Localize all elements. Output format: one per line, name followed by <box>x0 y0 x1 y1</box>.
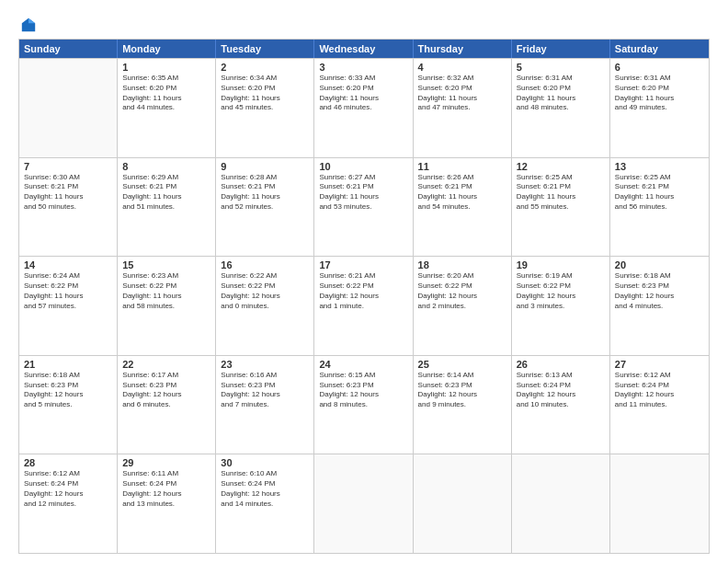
calendar-cell: 24Sunrise: 6:15 AM Sunset: 6:23 PM Dayli… <box>314 356 413 454</box>
day-info: Sunrise: 6:33 AM Sunset: 6:20 PM Dayligh… <box>319 74 407 113</box>
day-info: Sunrise: 6:12 AM Sunset: 6:24 PM Dayligh… <box>615 371 704 410</box>
day-info: Sunrise: 6:17 AM Sunset: 6:23 PM Dayligh… <box>122 371 210 410</box>
day-info: Sunrise: 6:23 AM Sunset: 6:22 PM Dayligh… <box>122 271 210 311</box>
day-info: Sunrise: 6:13 AM Sunset: 6:24 PM Dayligh… <box>517 371 605 410</box>
calendar-cell: 16Sunrise: 6:22 AM Sunset: 6:22 PM Dayli… <box>216 257 314 355</box>
day-number: 5 <box>517 62 605 73</box>
page: SundayMondayTuesdayWednesdayThursdayFrid… <box>0 0 728 563</box>
header-day-wednesday: Wednesday <box>314 40 413 58</box>
calendar-cell: 20Sunrise: 6:18 AM Sunset: 6:23 PM Dayli… <box>610 257 709 355</box>
calendar-cell: 19Sunrise: 6:19 AM Sunset: 6:22 PM Dayli… <box>512 257 610 355</box>
day-number: 26 <box>517 359 605 370</box>
calendar-cell: 17Sunrise: 6:21 AM Sunset: 6:22 PM Dayli… <box>314 257 413 355</box>
day-info: Sunrise: 6:30 AM Sunset: 6:21 PM Dayligh… <box>24 173 112 213</box>
day-number: 29 <box>122 457 210 468</box>
day-number: 25 <box>418 359 506 370</box>
day-number: 7 <box>24 161 112 172</box>
day-info: Sunrise: 6:15 AM Sunset: 6:23 PM Dayligh… <box>319 371 407 410</box>
calendar-cell: 21Sunrise: 6:18 AM Sunset: 6:23 PM Dayli… <box>19 356 118 454</box>
calendar-cell: 27Sunrise: 6:12 AM Sunset: 6:24 PM Dayli… <box>610 356 709 454</box>
day-info: Sunrise: 6:28 AM Sunset: 6:21 PM Dayligh… <box>221 173 309 213</box>
day-info: Sunrise: 6:18 AM Sunset: 6:23 PM Dayligh… <box>615 271 704 311</box>
day-info: Sunrise: 6:32 AM Sunset: 6:20 PM Dayligh… <box>418 74 506 113</box>
day-info: Sunrise: 6:12 AM Sunset: 6:24 PM Dayligh… <box>24 469 112 509</box>
day-number: 21 <box>24 359 112 370</box>
day-info: Sunrise: 6:19 AM Sunset: 6:22 PM Dayligh… <box>517 271 605 311</box>
day-info: Sunrise: 6:25 AM Sunset: 6:21 PM Dayligh… <box>615 173 704 213</box>
logo-text <box>18 17 37 33</box>
calendar-cell: 28Sunrise: 6:12 AM Sunset: 6:24 PM Dayli… <box>19 454 118 553</box>
day-info: Sunrise: 6:25 AM Sunset: 6:21 PM Dayligh… <box>517 173 605 213</box>
day-info: Sunrise: 6:10 AM Sunset: 6:24 PM Dayligh… <box>221 469 309 509</box>
calendar-cell: 10Sunrise: 6:27 AM Sunset: 6:21 PM Dayli… <box>314 158 413 257</box>
calendar-header: SundayMondayTuesdayWednesdayThursdayFrid… <box>19 40 709 58</box>
day-number: 27 <box>615 359 704 370</box>
day-info: Sunrise: 6:24 AM Sunset: 6:22 PM Dayligh… <box>24 271 112 311</box>
calendar-cell: 4Sunrise: 6:32 AM Sunset: 6:20 PM Daylig… <box>414 59 512 157</box>
calendar-cell <box>414 454 512 553</box>
day-number: 12 <box>517 161 605 172</box>
day-info: Sunrise: 6:34 AM Sunset: 6:20 PM Dayligh… <box>221 74 309 113</box>
day-info: Sunrise: 6:18 AM Sunset: 6:23 PM Dayligh… <box>24 371 112 410</box>
header <box>18 17 710 31</box>
day-info: Sunrise: 6:22 AM Sunset: 6:22 PM Dayligh… <box>221 271 309 311</box>
logo-icon <box>20 17 37 33</box>
svg-marker-1 <box>28 18 35 23</box>
day-number: 24 <box>319 359 407 370</box>
calendar-cell <box>19 59 118 157</box>
calendar-cell: 25Sunrise: 6:14 AM Sunset: 6:23 PM Dayli… <box>414 356 512 454</box>
day-number: 11 <box>418 161 506 172</box>
calendar-cell: 11Sunrise: 6:26 AM Sunset: 6:21 PM Dayli… <box>414 158 512 257</box>
day-number: 23 <box>221 359 309 370</box>
calendar-cell <box>610 454 709 553</box>
day-info: Sunrise: 6:27 AM Sunset: 6:21 PM Dayligh… <box>319 173 407 213</box>
calendar-cell <box>314 454 413 553</box>
header-day-saturday: Saturday <box>610 40 709 58</box>
day-number: 30 <box>221 457 309 468</box>
day-info: Sunrise: 6:16 AM Sunset: 6:23 PM Dayligh… <box>221 371 309 410</box>
calendar-cell: 29Sunrise: 6:11 AM Sunset: 6:24 PM Dayli… <box>118 454 216 553</box>
day-info: Sunrise: 6:11 AM Sunset: 6:24 PM Dayligh… <box>122 469 210 509</box>
calendar-cell: 12Sunrise: 6:25 AM Sunset: 6:21 PM Dayli… <box>512 158 610 257</box>
calendar-cell: 9Sunrise: 6:28 AM Sunset: 6:21 PM Daylig… <box>216 158 314 257</box>
calendar-row-4: 21Sunrise: 6:18 AM Sunset: 6:23 PM Dayli… <box>19 355 709 454</box>
header-day-tuesday: Tuesday <box>216 40 314 58</box>
calendar-cell: 14Sunrise: 6:24 AM Sunset: 6:22 PM Dayli… <box>19 257 118 355</box>
day-number: 2 <box>221 62 309 73</box>
logo <box>18 17 37 31</box>
day-number: 10 <box>319 161 407 172</box>
day-info: Sunrise: 6:14 AM Sunset: 6:23 PM Dayligh… <box>418 371 506 410</box>
day-info: Sunrise: 6:31 AM Sunset: 6:20 PM Dayligh… <box>615 74 704 113</box>
day-number: 6 <box>615 62 704 73</box>
day-number: 28 <box>24 457 112 468</box>
calendar-cell: 7Sunrise: 6:30 AM Sunset: 6:21 PM Daylig… <box>19 158 118 257</box>
day-number: 14 <box>24 259 112 270</box>
header-day-sunday: Sunday <box>19 40 118 58</box>
day-number: 9 <box>221 161 309 172</box>
header-day-friday: Friday <box>512 40 610 58</box>
calendar-cell: 13Sunrise: 6:25 AM Sunset: 6:21 PM Dayli… <box>610 158 709 257</box>
day-info: Sunrise: 6:26 AM Sunset: 6:21 PM Dayligh… <box>418 173 506 213</box>
day-info: Sunrise: 6:35 AM Sunset: 6:20 PM Dayligh… <box>122 74 210 113</box>
day-number: 4 <box>418 62 506 73</box>
day-info: Sunrise: 6:20 AM Sunset: 6:22 PM Dayligh… <box>418 271 506 311</box>
day-number: 1 <box>122 62 210 73</box>
calendar-cell: 22Sunrise: 6:17 AM Sunset: 6:23 PM Dayli… <box>118 356 216 454</box>
day-number: 16 <box>221 259 309 270</box>
calendar-cell: 5Sunrise: 6:31 AM Sunset: 6:20 PM Daylig… <box>512 59 610 157</box>
day-info: Sunrise: 6:29 AM Sunset: 6:21 PM Dayligh… <box>122 173 210 213</box>
day-number: 3 <box>319 62 407 73</box>
day-info: Sunrise: 6:21 AM Sunset: 6:22 PM Dayligh… <box>319 271 407 311</box>
calendar-row-5: 28Sunrise: 6:12 AM Sunset: 6:24 PM Dayli… <box>19 454 709 553</box>
calendar-cell: 18Sunrise: 6:20 AM Sunset: 6:22 PM Dayli… <box>414 257 512 355</box>
calendar-body: 1Sunrise: 6:35 AM Sunset: 6:20 PM Daylig… <box>19 58 709 553</box>
calendar-cell: 3Sunrise: 6:33 AM Sunset: 6:20 PM Daylig… <box>314 59 413 157</box>
day-number: 8 <box>122 161 210 172</box>
day-number: 22 <box>122 359 210 370</box>
calendar-cell: 6Sunrise: 6:31 AM Sunset: 6:20 PM Daylig… <box>610 59 709 157</box>
calendar-row-1: 1Sunrise: 6:35 AM Sunset: 6:20 PM Daylig… <box>19 58 709 157</box>
day-number: 17 <box>319 259 407 270</box>
day-info: Sunrise: 6:31 AM Sunset: 6:20 PM Dayligh… <box>517 74 605 113</box>
day-number: 18 <box>418 259 506 270</box>
calendar-cell: 1Sunrise: 6:35 AM Sunset: 6:20 PM Daylig… <box>118 59 216 157</box>
